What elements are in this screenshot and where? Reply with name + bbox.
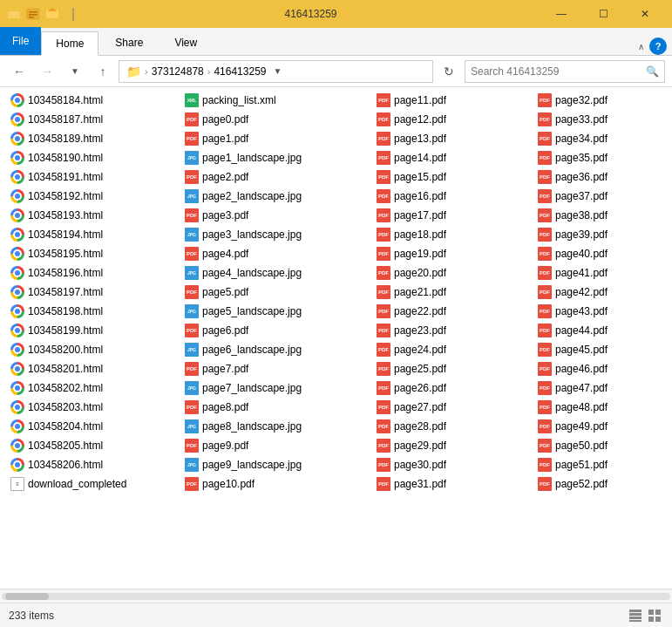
scrollbar-thumb[interactable] bbox=[5, 593, 49, 600]
list-item[interactable]: PDFpage17.pdf bbox=[373, 206, 534, 225]
back-button[interactable]: ← bbox=[7, 59, 31, 84]
list-item[interactable]: PDFpage6.pdf bbox=[181, 321, 373, 340]
list-item[interactable]: PDFpage11.pdf bbox=[373, 91, 534, 110]
list-item[interactable]: 103458202.html bbox=[7, 378, 181, 398]
search-box[interactable]: 🔍 bbox=[465, 60, 665, 83]
list-item[interactable]: PDFpage14.pdf bbox=[373, 148, 534, 167]
list-item[interactable]: PDFpage25.pdf bbox=[373, 359, 534, 378]
list-item[interactable]: 103458184.html bbox=[7, 91, 181, 110]
list-item[interactable]: 103458195.html bbox=[7, 244, 181, 263]
list-item[interactable]: PDFpage10.pdf bbox=[181, 474, 373, 494]
list-item[interactable]: PDFpage41.pdf bbox=[534, 263, 672, 283]
list-item[interactable]: PDFpage43.pdf bbox=[534, 302, 672, 321]
list-item[interactable]: PDFpage44.pdf bbox=[534, 321, 672, 340]
list-item[interactable]: PDFpage0.pdf bbox=[181, 110, 373, 129]
list-item[interactable]: PDFpage38.pdf bbox=[534, 206, 672, 225]
address-path[interactable]: 📁 › 373124878 › 416413259 ▼ bbox=[119, 60, 433, 83]
list-item[interactable]: JPGpage1_landscape.jpg bbox=[181, 148, 373, 167]
list-item[interactable]: PDFpage2.pdf bbox=[181, 167, 373, 187]
list-item[interactable]: PDFpage1.pdf bbox=[181, 129, 373, 148]
list-item[interactable]: PDFpage26.pdf bbox=[373, 378, 534, 398]
list-item[interactable]: 103458190.html bbox=[7, 148, 181, 167]
list-item[interactable]: 103458194.html bbox=[7, 225, 181, 244]
list-item[interactable]: 103458197.html bbox=[7, 283, 181, 302]
list-item[interactable]: 103458192.html bbox=[7, 187, 181, 206]
list-item[interactable]: PDFpage28.pdf bbox=[373, 417, 534, 436]
list-item[interactable]: PDFpage12.pdf bbox=[373, 110, 534, 129]
large-icons-view-button[interactable] bbox=[646, 607, 663, 624]
list-item[interactable]: JPGpage6_landscape.jpg bbox=[181, 340, 373, 359]
list-item[interactable]: 103458204.html bbox=[7, 417, 181, 436]
list-item[interactable]: PDFpage4.pdf bbox=[181, 244, 373, 263]
tab-share[interactable]: Share bbox=[100, 31, 158, 55]
scrollbar-track[interactable] bbox=[2, 593, 670, 600]
list-item[interactable]: PDFpage33.pdf bbox=[534, 110, 672, 129]
list-item[interactable]: PDFpage5.pdf bbox=[181, 283, 373, 302]
list-item[interactable]: PDFpage24.pdf bbox=[373, 340, 534, 359]
list-item[interactable]: PDFpage9.pdf bbox=[181, 436, 373, 455]
list-item[interactable]: 103458187.html bbox=[7, 110, 181, 129]
list-item[interactable]: 103458198.html bbox=[7, 302, 181, 321]
list-item[interactable]: JPGpage2_landscape.jpg bbox=[181, 187, 373, 206]
list-item[interactable]: PDFpage45.pdf bbox=[534, 340, 672, 359]
help-button[interactable]: ? bbox=[649, 37, 667, 55]
close-button[interactable]: ✕ bbox=[625, 0, 665, 28]
scrollbar-area[interactable] bbox=[0, 589, 672, 603]
list-item[interactable]: JPGpage5_landscape.jpg bbox=[181, 302, 373, 321]
minimize-button[interactable]: — bbox=[541, 0, 581, 28]
list-item[interactable]: 103458201.html bbox=[7, 359, 181, 378]
list-item[interactable]: JPGpage7_landscape.jpg bbox=[181, 378, 373, 398]
list-item[interactable]: PDFpage46.pdf bbox=[534, 359, 672, 378]
list-item[interactable]: PDFpage16.pdf bbox=[373, 187, 534, 206]
up-button[interactable]: ↑ bbox=[91, 59, 115, 84]
list-item[interactable]: PDFpage19.pdf bbox=[373, 244, 534, 263]
list-item[interactable]: PDFpage47.pdf bbox=[534, 378, 672, 398]
ribbon-collapse-icon[interactable]: ∧ bbox=[638, 42, 644, 51]
list-item[interactable]: 103458203.html bbox=[7, 398, 181, 417]
list-item[interactable]: PDFpage42.pdf bbox=[534, 283, 672, 302]
maximize-button[interactable]: ☐ bbox=[583, 0, 623, 28]
list-item[interactable]: 103458196.html bbox=[7, 263, 181, 283]
list-item[interactable]: XMLpacking_list.xml bbox=[181, 91, 373, 110]
list-item[interactable]: JPGpage8_landscape.jpg bbox=[181, 417, 373, 436]
list-item[interactable]: JPGpage3_landscape.jpg bbox=[181, 225, 373, 244]
list-item[interactable]: PDFpage34.pdf bbox=[534, 129, 672, 148]
list-item[interactable]: PDFpage49.pdf bbox=[534, 417, 672, 436]
list-item[interactable]: 103458199.html bbox=[7, 321, 181, 340]
list-item[interactable]: PDFpage30.pdf bbox=[373, 455, 534, 474]
list-item[interactable]: PDFpage8.pdf bbox=[181, 398, 373, 417]
list-item[interactable]: PDFpage37.pdf bbox=[534, 187, 672, 206]
list-item[interactable]: PDFpage18.pdf bbox=[373, 225, 534, 244]
list-item[interactable]: PDFpage21.pdf bbox=[373, 283, 534, 302]
list-item[interactable]: PDFpage48.pdf bbox=[534, 398, 672, 417]
list-item[interactable]: PDFpage27.pdf bbox=[373, 398, 534, 417]
list-item[interactable]: 103458200.html bbox=[7, 340, 181, 359]
tab-home[interactable]: Home bbox=[41, 31, 98, 56]
list-item[interactable]: 103458206.html bbox=[7, 455, 181, 474]
tab-view[interactable]: View bbox=[160, 31, 212, 55]
list-item[interactable]: 103458193.html bbox=[7, 206, 181, 225]
list-item[interactable]: 103458191.html bbox=[7, 167, 181, 187]
list-item[interactable]: PDFpage22.pdf bbox=[373, 302, 534, 321]
list-item[interactable]: 103458189.html bbox=[7, 129, 181, 148]
list-item[interactable]: 103458205.html bbox=[7, 436, 181, 455]
list-item[interactable]: PDFpage39.pdf bbox=[534, 225, 672, 244]
dropdown-history-button[interactable]: ▼ bbox=[63, 59, 87, 84]
path-dropdown-icon[interactable]: ▼ bbox=[274, 66, 282, 76]
file-list-container[interactable]: 103458184.htmlXMLpacking_list.xmlPDFpage… bbox=[0, 87, 672, 589]
list-item[interactable]: PDFpage29.pdf bbox=[373, 436, 534, 455]
list-item[interactable]: PDFpage35.pdf bbox=[534, 148, 672, 167]
details-view-button[interactable] bbox=[627, 607, 644, 624]
forward-button[interactable]: → bbox=[35, 59, 59, 84]
refresh-button[interactable]: ↻ bbox=[437, 59, 461, 84]
list-item[interactable]: PDFpage15.pdf bbox=[373, 167, 534, 187]
list-item[interactable]: PDFpage7.pdf bbox=[181, 359, 373, 378]
list-item[interactable]: PDFpage3.pdf bbox=[181, 206, 373, 225]
path-item-parent[interactable]: 373124878 bbox=[152, 65, 204, 78]
list-item[interactable]: PDFpage13.pdf bbox=[373, 129, 534, 148]
path-item-current[interactable]: 416413259 bbox=[214, 65, 266, 78]
list-item[interactable]: PDFpage23.pdf bbox=[373, 321, 534, 340]
list-item[interactable]: JPGpage9_landscape.jpg bbox=[181, 455, 373, 474]
search-input[interactable] bbox=[471, 65, 642, 78]
list-item[interactable]: PDFpage40.pdf bbox=[534, 244, 672, 263]
